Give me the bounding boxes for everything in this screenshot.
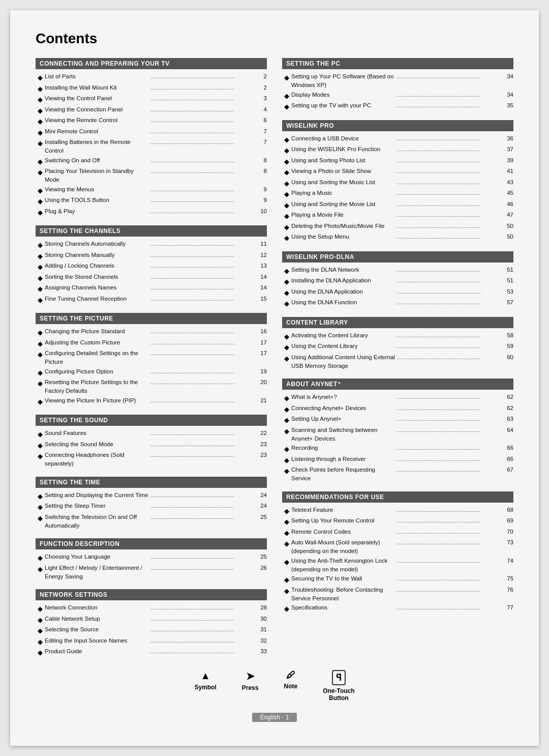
item-text: Adding / Locking Channels: [45, 261, 149, 270]
dots: ........................................…: [397, 134, 502, 143]
item-text: Viewing the Control Panel: [45, 94, 149, 103]
page-number: 17: [256, 338, 267, 347]
bullet-icon: ◆: [284, 146, 289, 156]
dots: ........................................…: [150, 378, 255, 387]
item-text: Deleting the Photo/Music/Movie File: [291, 222, 396, 230]
list-item: ◆Recording .............................…: [284, 444, 513, 454]
page-number: 7: [256, 127, 267, 136]
page-number: 66: [502, 455, 513, 463]
bullet-icon: ◆: [284, 288, 289, 298]
bullet-icon: ◆: [38, 84, 43, 94]
list-item: ◆Fine Tuning Channel Reception .........…: [38, 295, 267, 305]
list-item: ◆Setting Up Anynet+ ....................…: [284, 415, 513, 425]
list-item: ◆Cable Network Setup ...................…: [38, 615, 267, 625]
page-number: 68: [502, 506, 513, 514]
bullet-icon: ◆: [284, 299, 289, 309]
list-item: ◆Viewing the Remote Control ............…: [38, 116, 267, 127]
list-item: ◆Installing Batteries in the Remote Cont…: [38, 138, 267, 156]
bullet-icon: ◆: [38, 208, 43, 218]
item-text: Sorting the Stored Channels: [45, 273, 149, 281]
list-item: ◆Activating the Content Library ........…: [284, 331, 513, 342]
section-wiselink: WISELINK PRO◆Connecting a USB Device ...…: [282, 120, 513, 243]
page-number: 6: [256, 116, 267, 125]
dots: ........................................…: [150, 647, 255, 656]
page-number: 15: [256, 295, 267, 303]
list-item: ◆Viewing the Connection Panel ..........…: [38, 105, 267, 116]
list-item: ◆Sound Features ........................…: [38, 429, 267, 440]
bullet-icon: ◆: [284, 167, 289, 178]
dots: ........................................…: [397, 466, 502, 474]
dots: ........................................…: [397, 232, 502, 241]
page-number: 32: [256, 636, 267, 645]
list-item: ◆Setting up Your PC Software (Based on W…: [284, 72, 513, 90]
bullet-icon: ◆: [38, 637, 43, 647]
item-text: Using and Sorting the Music List: [291, 178, 396, 187]
list-item: ◆Viewing a Photo or Slide Show .........…: [284, 167, 513, 178]
bullet-icon: ◆: [38, 441, 43, 451]
section-wiselink_dlna: WISELINK PRO-DLNA◆Setting the DLNA Netwo…: [282, 251, 513, 309]
page-number: 9: [256, 185, 267, 194]
section-items-picture: ◆Changing the Picture Standard .........…: [36, 327, 267, 406]
dots: ........................................…: [397, 506, 502, 514]
list-item: ◆Using the TOOLS Button ................…: [38, 196, 267, 207]
section-header-network: NETWORK SETTINGS: [36, 589, 267, 600]
page-number: 35: [502, 101, 513, 110]
list-item: ◆Using and Sorting the Music List ......…: [284, 178, 513, 189]
dots: ........................................…: [150, 440, 255, 449]
dots: ........................................…: [150, 295, 255, 303]
item-text: Product Guide: [45, 647, 149, 656]
dots: ........................................…: [150, 283, 255, 292]
section-header-function: FUNCTION DESCRIPTION: [36, 538, 267, 549]
bullet-icon: ◆: [38, 339, 43, 349]
page-number: 39: [502, 156, 513, 165]
page-number: 8: [256, 167, 267, 176]
dots: ........................................…: [397, 603, 502, 612]
page-number: 31: [256, 625, 267, 634]
item-text: Viewing the Menus: [45, 185, 149, 194]
page-number: 51: [502, 266, 513, 274]
list-item: ◆Selecting the Sound Mode ..............…: [38, 440, 267, 451]
left-column: CONNECTING AND PREPARING YOUR TV◆List of…: [36, 58, 267, 666]
item-text: Using Additional Content Using External …: [291, 353, 396, 371]
section-connecting: CONNECTING AND PREPARING YOUR TV◆List of…: [36, 58, 267, 217]
dots: ........................................…: [397, 222, 502, 230]
page-number: 34: [502, 91, 513, 99]
list-item: ◆Using the DLNA Application ............…: [284, 287, 513, 298]
bullet-icon: ◆: [284, 455, 289, 466]
bullet-icon: ◆: [38, 186, 43, 196]
section-channels: SETTING THE CHANNELS◆Storing Channels Au…: [36, 225, 267, 305]
dots: ........................................…: [397, 91, 502, 99]
dots: ........................................…: [397, 393, 502, 401]
item-text: Display Modes: [291, 91, 396, 99]
section-items-pc: ◆Setting up Your PC Software (Based on W…: [282, 72, 513, 112]
section-items-wiselink_dlna: ◆Setting the DLNA Network ..............…: [282, 266, 513, 309]
section-header-anynet: ABOUT ANYNET⁺: [282, 379, 513, 390]
list-item: ◆Product Guide .........................…: [38, 647, 267, 658]
list-item: ◆Remote Control Codes ..................…: [284, 528, 513, 538]
item-text: Installing Batteries in the Remote Contr…: [45, 138, 149, 156]
item-text: Mini Remote Control: [45, 127, 149, 136]
item-text: Cable Network Setup: [45, 615, 149, 623]
list-item: ◆Mini Remote Control ...................…: [38, 127, 267, 138]
dots: ........................................…: [150, 625, 255, 634]
item-text: Choosing Your Language: [45, 553, 149, 561]
item-text: Configuring Picture Option: [45, 367, 149, 376]
dots: ........................................…: [150, 138, 255, 147]
list-item: ◆Changing the Picture Standard .........…: [38, 327, 267, 338]
footer-item-onetouch: ꟼOne-TouchButton: [323, 670, 354, 702]
right-column: SETTING THE PC◆Setting up Your PC Softwa…: [282, 58, 513, 666]
item-text: Setting Up Anynet+: [291, 415, 396, 423]
bullet-icon: ◆: [38, 397, 43, 407]
dots: ........................................…: [150, 603, 255, 612]
list-item: ◆Scanning and Switching between Anynet+ …: [284, 426, 513, 444]
bullet-icon: ◆: [38, 648, 43, 658]
bullet-icon: ◆: [284, 266, 289, 276]
dots: ........................................…: [397, 276, 502, 285]
page-number: 66: [502, 444, 513, 452]
bullet-icon: ◆: [284, 211, 289, 221]
list-item: ◆Viewing the Control Panel .............…: [38, 94, 267, 105]
dots: ........................................…: [150, 491, 255, 500]
page-number: 59: [502, 342, 513, 351]
item-text: Editing the Input Source Names: [45, 636, 149, 645]
bullet-icon: ◆: [38, 128, 43, 138]
